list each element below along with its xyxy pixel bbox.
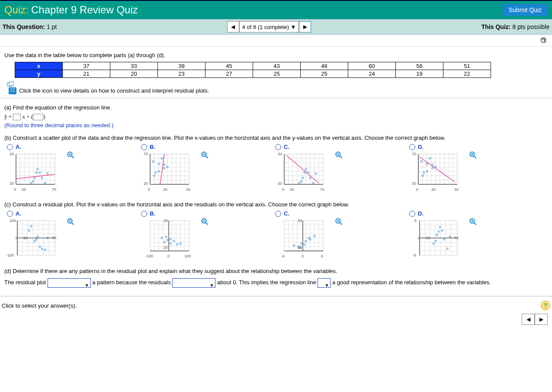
svg-point-21 bbox=[30, 182, 32, 184]
cell: 56 bbox=[396, 62, 443, 70]
radio-b-b[interactable] bbox=[141, 144, 147, 150]
cell: 43 bbox=[253, 62, 301, 70]
svg-point-89 bbox=[312, 182, 314, 184]
svg-point-87 bbox=[307, 172, 309, 174]
footer-prev-button[interactable]: ◀ bbox=[522, 314, 535, 325]
part-b-label: (b) Construct a scatter plot of the data… bbox=[4, 135, 548, 141]
intercept-input[interactable] bbox=[33, 114, 43, 120]
status-bar: This Question: 1 pt ◀ 4 of 8 (1 complete… bbox=[0, 19, 552, 35]
prompt-text: Use the data in the table below to compl… bbox=[4, 52, 548, 58]
svg-line-180 bbox=[205, 222, 208, 225]
tick: 34 bbox=[186, 187, 190, 192]
chart-c-a: 100 -100 0 20 70 bbox=[10, 218, 66, 262]
tick: 0 bbox=[16, 236, 18, 240]
radio-c-b[interactable] bbox=[141, 211, 147, 217]
tick: 70 bbox=[454, 236, 459, 240]
opt-label: B. bbox=[150, 210, 155, 217]
tick: 100 bbox=[184, 254, 191, 258]
svg-point-145 bbox=[35, 238, 37, 240]
tick: 0 bbox=[282, 187, 284, 192]
slope-input[interactable] bbox=[13, 114, 21, 120]
eqn-mid: x + ( bbox=[22, 113, 33, 120]
svg-point-56 bbox=[164, 164, 165, 166]
svg-point-113 bbox=[423, 172, 425, 174]
zoom-icon[interactable] bbox=[201, 218, 209, 225]
radio-b-a[interactable] bbox=[7, 144, 13, 150]
svg-point-51 bbox=[155, 172, 157, 174]
footer-next-button[interactable]: ▶ bbox=[535, 314, 548, 325]
radio-b-c[interactable] bbox=[275, 144, 281, 150]
data-table: x 37 33 39 45 43 48 60 56 51 y 21 20 23 … bbox=[15, 62, 491, 78]
book-icon[interactable] bbox=[9, 87, 16, 94]
svg-point-22 bbox=[34, 177, 35, 179]
svg-point-175 bbox=[177, 244, 178, 245]
svg-point-88 bbox=[315, 173, 317, 174]
this-question-pts: 1 pt bbox=[47, 23, 57, 30]
chart-b-c: 34 20 0 20 70 bbox=[278, 152, 334, 195]
zoom-icon[interactable] bbox=[469, 151, 477, 159]
chart-b-b: 70 20 0 20 34 bbox=[144, 152, 200, 195]
tick: 20 bbox=[22, 187, 26, 192]
svg-line-151 bbox=[71, 222, 74, 225]
cell: 37 bbox=[63, 62, 110, 70]
eqn-suffix: ) bbox=[43, 113, 45, 120]
zoom-icon[interactable] bbox=[67, 151, 74, 159]
select-pattern[interactable] bbox=[48, 278, 91, 288]
svg-point-58 bbox=[152, 161, 154, 162]
zoom-icon[interactable] bbox=[335, 218, 343, 225]
tick: 34 bbox=[454, 187, 459, 192]
next-question-button[interactable]: ▶ bbox=[299, 21, 311, 32]
svg-point-83 bbox=[298, 182, 300, 184]
tick: 34 bbox=[164, 218, 168, 223]
svg-point-25 bbox=[39, 172, 41, 174]
pd-text: The residual plot bbox=[4, 279, 48, 286]
cell: 19 bbox=[396, 70, 443, 78]
tick: 70 bbox=[52, 187, 56, 192]
eqn-prefix: ŷ = bbox=[4, 113, 12, 120]
radio-c-d[interactable] bbox=[409, 211, 415, 217]
tick: 0 bbox=[418, 236, 420, 240]
zoom-icon[interactable] bbox=[469, 218, 477, 225]
svg-rect-1 bbox=[9, 82, 13, 86]
question-nav-dropdown[interactable]: 4 of 8 (1 complete) ▼ bbox=[239, 21, 299, 32]
submit-quiz-button[interactable]: Submit Quiz bbox=[503, 4, 548, 16]
gear-icon[interactable] bbox=[539, 37, 547, 45]
prev-question-button[interactable]: ◀ bbox=[227, 21, 239, 32]
cell: 25 bbox=[253, 70, 301, 78]
svg-point-148 bbox=[44, 249, 46, 251]
select-implies[interactable] bbox=[318, 278, 331, 288]
this-quiz-label: This Quiz: bbox=[481, 23, 513, 30]
cell: 22 bbox=[443, 70, 491, 78]
question-content: Use the data in the table below to compl… bbox=[0, 47, 552, 296]
radio-c-a[interactable] bbox=[7, 211, 13, 217]
svg-point-174 bbox=[173, 240, 175, 242]
zoom-icon[interactable] bbox=[201, 151, 209, 159]
svg-line-61 bbox=[205, 156, 208, 158]
pd-text: a pattern because the residuals bbox=[92, 279, 172, 286]
round-note: (Round to three decimal places as needed… bbox=[4, 122, 548, 129]
tick: 20 bbox=[164, 245, 168, 250]
tick: 20 bbox=[412, 181, 416, 186]
chart-c-c: 34 20 -6 0 6 bbox=[278, 218, 334, 262]
svg-point-26 bbox=[47, 173, 48, 174]
tick: 20 bbox=[278, 181, 282, 186]
svg-point-234 bbox=[446, 248, 448, 250]
popout-icon[interactable] bbox=[7, 81, 14, 87]
svg-point-55 bbox=[164, 167, 165, 169]
cell: 25 bbox=[301, 70, 348, 78]
select-residuals[interactable] bbox=[172, 278, 215, 288]
radio-b-d[interactable] bbox=[409, 144, 415, 150]
help-icon[interactable]: ? bbox=[541, 301, 550, 310]
tick: 0 bbox=[148, 187, 150, 192]
zoom-icon[interactable] bbox=[67, 218, 74, 225]
svg-point-141 bbox=[30, 225, 32, 227]
svg-line-209 bbox=[340, 222, 342, 225]
svg-point-118 bbox=[432, 164, 433, 166]
radio-c-c[interactable] bbox=[275, 211, 281, 217]
quiz-label: Quiz: bbox=[4, 4, 29, 16]
svg-point-117 bbox=[432, 167, 433, 169]
tick: -100 bbox=[145, 254, 153, 258]
svg-point-149 bbox=[41, 248, 43, 250]
opt-label: C. bbox=[284, 210, 289, 217]
zoom-icon[interactable] bbox=[335, 151, 343, 159]
